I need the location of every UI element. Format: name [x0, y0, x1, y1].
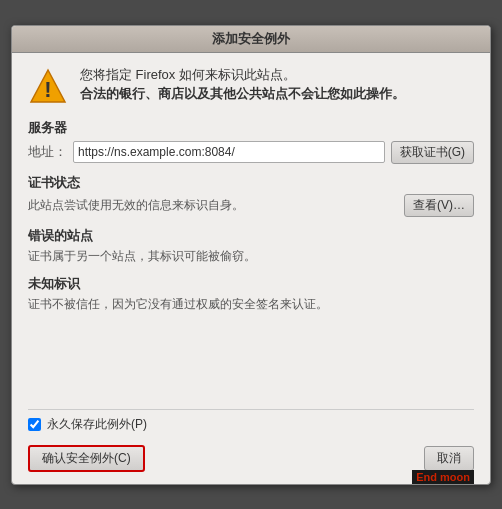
bottom-area: 永久保存此例外(P) 确认安全例外(C) 取消 End moon — [12, 395, 490, 484]
svg-text:!: ! — [44, 77, 51, 102]
server-section: 服务器 地址： 获取证书(G) — [28, 119, 474, 164]
cert-status-body: 此站点尝试使用无效的信息来标识自身。 — [28, 196, 398, 214]
error-site-title: 错误的站点 — [28, 227, 474, 245]
dialog: 添加安全例外 ! 您将指定 Firefox 如何来标识此站点。 合法的银行、商店… — [11, 25, 491, 485]
get-cert-button[interactable]: 获取证书(G) — [391, 141, 474, 164]
cert-status-row: 此站点尝试使用无效的信息来标识自身。 查看(V)… — [28, 194, 474, 217]
warning-line2: 合法的银行、商店以及其他公共站点不会让您如此操作。 — [80, 84, 474, 104]
server-section-title: 服务器 — [28, 119, 474, 137]
error-site-section: 错误的站点 证书属于另一个站点，其标识可能被偷窃。 — [28, 227, 474, 265]
unknown-id-section: 未知标识 证书不被信任，因为它没有通过权威的安全签名来认证。 — [28, 275, 474, 313]
warning-line1: 您将指定 Firefox 如何来标识此站点。 — [80, 65, 474, 85]
server-address-input[interactable] — [73, 141, 385, 163]
cert-status-text: 此站点尝试使用无效的信息来标识自身。 — [28, 194, 398, 214]
confirm-exception-button[interactable]: 确认安全例外(C) — [28, 445, 145, 472]
title-bar: 添加安全例外 — [12, 26, 490, 53]
warning-icon: ! — [28, 67, 68, 107]
dialog-title: 添加安全例外 — [212, 31, 290, 46]
server-label: 地址： — [28, 143, 67, 161]
server-row: 地址： 获取证书(G) — [28, 141, 474, 164]
error-site-body: 证书属于另一个站点，其标识可能被偷窃。 — [28, 247, 474, 265]
unknown-id-title: 未知标识 — [28, 275, 474, 293]
view-cert-button[interactable]: 查看(V)… — [404, 194, 474, 217]
end-moon-badge: End moon — [412, 470, 474, 484]
cancel-button[interactable]: 取消 — [424, 446, 474, 471]
unknown-id-body: 证书不被信任，因为它没有通过权威的安全签名来认证。 — [28, 295, 474, 313]
permanent-save-checkbox[interactable] — [28, 418, 41, 431]
warning-section: ! 您将指定 Firefox 如何来标识此站点。 合法的银行、商店以及其他公共站… — [28, 65, 474, 107]
cancel-area: 取消 End moon — [424, 446, 474, 471]
cert-status-title: 证书状态 — [28, 174, 474, 192]
dialog-body: ! 您将指定 Firefox 如何来标识此站点。 合法的银行、商店以及其他公共站… — [12, 53, 490, 335]
checkbox-row: 永久保存此例外(P) — [28, 416, 474, 433]
spacer — [12, 335, 490, 395]
divider — [28, 409, 474, 410]
warning-text: 您将指定 Firefox 如何来标识此站点。 合法的银行、商店以及其他公共站点不… — [80, 65, 474, 104]
cert-status-section: 证书状态 此站点尝试使用无效的信息来标识自身。 查看(V)… — [28, 174, 474, 217]
permanent-save-label: 永久保存此例外(P) — [47, 416, 147, 433]
button-row: 确认安全例外(C) 取消 End moon — [28, 445, 474, 472]
